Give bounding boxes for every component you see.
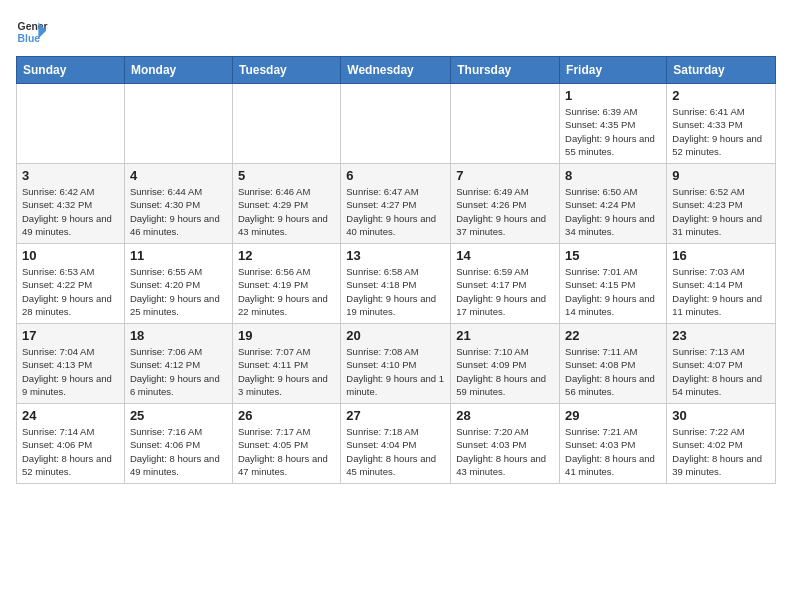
calendar-cell — [124, 84, 232, 164]
calendar-week-row: 10Sunrise: 6:53 AM Sunset: 4:22 PM Dayli… — [17, 244, 776, 324]
calendar-cell: 28Sunrise: 7:20 AM Sunset: 4:03 PM Dayli… — [451, 404, 560, 484]
day-info: Sunrise: 6:52 AM Sunset: 4:23 PM Dayligh… — [672, 185, 770, 238]
day-info: Sunrise: 7:13 AM Sunset: 4:07 PM Dayligh… — [672, 345, 770, 398]
calendar-cell: 21Sunrise: 7:10 AM Sunset: 4:09 PM Dayli… — [451, 324, 560, 404]
header-saturday: Saturday — [667, 57, 776, 84]
header-wednesday: Wednesday — [341, 57, 451, 84]
calendar-cell: 24Sunrise: 7:14 AM Sunset: 4:06 PM Dayli… — [17, 404, 125, 484]
calendar-cell: 3Sunrise: 6:42 AM Sunset: 4:32 PM Daylig… — [17, 164, 125, 244]
day-info: Sunrise: 6:41 AM Sunset: 4:33 PM Dayligh… — [672, 105, 770, 158]
calendar-cell: 29Sunrise: 7:21 AM Sunset: 4:03 PM Dayli… — [560, 404, 667, 484]
day-info: Sunrise: 6:49 AM Sunset: 4:26 PM Dayligh… — [456, 185, 554, 238]
calendar-cell: 15Sunrise: 7:01 AM Sunset: 4:15 PM Dayli… — [560, 244, 667, 324]
calendar-cell: 8Sunrise: 6:50 AM Sunset: 4:24 PM Daylig… — [560, 164, 667, 244]
day-number: 28 — [456, 408, 554, 423]
day-info: Sunrise: 7:08 AM Sunset: 4:10 PM Dayligh… — [346, 345, 445, 398]
header-thursday: Thursday — [451, 57, 560, 84]
calendar-cell: 27Sunrise: 7:18 AM Sunset: 4:04 PM Dayli… — [341, 404, 451, 484]
day-info: Sunrise: 6:53 AM Sunset: 4:22 PM Dayligh… — [22, 265, 119, 318]
day-number: 15 — [565, 248, 661, 263]
calendar-cell — [232, 84, 340, 164]
day-number: 25 — [130, 408, 227, 423]
day-info: Sunrise: 7:10 AM Sunset: 4:09 PM Dayligh… — [456, 345, 554, 398]
day-number: 10 — [22, 248, 119, 263]
day-info: Sunrise: 7:14 AM Sunset: 4:06 PM Dayligh… — [22, 425, 119, 478]
day-info: Sunrise: 7:01 AM Sunset: 4:15 PM Dayligh… — [565, 265, 661, 318]
day-info: Sunrise: 7:06 AM Sunset: 4:12 PM Dayligh… — [130, 345, 227, 398]
day-info: Sunrise: 6:44 AM Sunset: 4:30 PM Dayligh… — [130, 185, 227, 238]
calendar-cell: 2Sunrise: 6:41 AM Sunset: 4:33 PM Daylig… — [667, 84, 776, 164]
calendar-week-row: 3Sunrise: 6:42 AM Sunset: 4:32 PM Daylig… — [17, 164, 776, 244]
svg-text:Blue: Blue — [18, 33, 41, 44]
calendar-week-row: 17Sunrise: 7:04 AM Sunset: 4:13 PM Dayli… — [17, 324, 776, 404]
calendar-cell: 1Sunrise: 6:39 AM Sunset: 4:35 PM Daylig… — [560, 84, 667, 164]
calendar-cell — [451, 84, 560, 164]
logo-icon: General Blue — [16, 16, 48, 48]
calendar-cell: 9Sunrise: 6:52 AM Sunset: 4:23 PM Daylig… — [667, 164, 776, 244]
day-info: Sunrise: 6:56 AM Sunset: 4:19 PM Dayligh… — [238, 265, 335, 318]
calendar-cell: 12Sunrise: 6:56 AM Sunset: 4:19 PM Dayli… — [232, 244, 340, 324]
calendar-table: SundayMondayTuesdayWednesdayThursdayFrid… — [16, 56, 776, 484]
day-number: 22 — [565, 328, 661, 343]
day-number: 11 — [130, 248, 227, 263]
day-info: Sunrise: 7:21 AM Sunset: 4:03 PM Dayligh… — [565, 425, 661, 478]
calendar-cell — [341, 84, 451, 164]
calendar-cell: 11Sunrise: 6:55 AM Sunset: 4:20 PM Dayli… — [124, 244, 232, 324]
calendar-cell: 13Sunrise: 6:58 AM Sunset: 4:18 PM Dayli… — [341, 244, 451, 324]
day-info: Sunrise: 7:03 AM Sunset: 4:14 PM Dayligh… — [672, 265, 770, 318]
day-number: 1 — [565, 88, 661, 103]
header-friday: Friday — [560, 57, 667, 84]
day-number: 18 — [130, 328, 227, 343]
calendar-cell: 25Sunrise: 7:16 AM Sunset: 4:06 PM Dayli… — [124, 404, 232, 484]
day-number: 26 — [238, 408, 335, 423]
day-number: 14 — [456, 248, 554, 263]
day-info: Sunrise: 7:11 AM Sunset: 4:08 PM Dayligh… — [565, 345, 661, 398]
calendar-cell: 20Sunrise: 7:08 AM Sunset: 4:10 PM Dayli… — [341, 324, 451, 404]
day-info: Sunrise: 6:47 AM Sunset: 4:27 PM Dayligh… — [346, 185, 445, 238]
day-number: 21 — [456, 328, 554, 343]
calendar-cell — [17, 84, 125, 164]
day-number: 17 — [22, 328, 119, 343]
day-info: Sunrise: 7:17 AM Sunset: 4:05 PM Dayligh… — [238, 425, 335, 478]
day-info: Sunrise: 7:16 AM Sunset: 4:06 PM Dayligh… — [130, 425, 227, 478]
day-number: 30 — [672, 408, 770, 423]
header-monday: Monday — [124, 57, 232, 84]
calendar-cell: 5Sunrise: 6:46 AM Sunset: 4:29 PM Daylig… — [232, 164, 340, 244]
calendar-header-row: SundayMondayTuesdayWednesdayThursdayFrid… — [17, 57, 776, 84]
day-info: Sunrise: 6:59 AM Sunset: 4:17 PM Dayligh… — [456, 265, 554, 318]
day-number: 12 — [238, 248, 335, 263]
calendar-cell: 7Sunrise: 6:49 AM Sunset: 4:26 PM Daylig… — [451, 164, 560, 244]
day-number: 20 — [346, 328, 445, 343]
day-number: 8 — [565, 168, 661, 183]
day-number: 6 — [346, 168, 445, 183]
day-info: Sunrise: 7:22 AM Sunset: 4:02 PM Dayligh… — [672, 425, 770, 478]
day-number: 5 — [238, 168, 335, 183]
day-info: Sunrise: 6:42 AM Sunset: 4:32 PM Dayligh… — [22, 185, 119, 238]
day-info: Sunrise: 7:20 AM Sunset: 4:03 PM Dayligh… — [456, 425, 554, 478]
calendar-cell: 14Sunrise: 6:59 AM Sunset: 4:17 PM Dayli… — [451, 244, 560, 324]
calendar-cell: 17Sunrise: 7:04 AM Sunset: 4:13 PM Dayli… — [17, 324, 125, 404]
day-number: 4 — [130, 168, 227, 183]
day-number: 16 — [672, 248, 770, 263]
day-number: 9 — [672, 168, 770, 183]
day-info: Sunrise: 7:04 AM Sunset: 4:13 PM Dayligh… — [22, 345, 119, 398]
header-sunday: Sunday — [17, 57, 125, 84]
calendar-cell: 26Sunrise: 7:17 AM Sunset: 4:05 PM Dayli… — [232, 404, 340, 484]
day-info: Sunrise: 7:18 AM Sunset: 4:04 PM Dayligh… — [346, 425, 445, 478]
calendar-cell: 18Sunrise: 7:06 AM Sunset: 4:12 PM Dayli… — [124, 324, 232, 404]
calendar-cell: 23Sunrise: 7:13 AM Sunset: 4:07 PM Dayli… — [667, 324, 776, 404]
day-number: 29 — [565, 408, 661, 423]
day-number: 13 — [346, 248, 445, 263]
calendar-cell: 16Sunrise: 7:03 AM Sunset: 4:14 PM Dayli… — [667, 244, 776, 324]
calendar-cell: 19Sunrise: 7:07 AM Sunset: 4:11 PM Dayli… — [232, 324, 340, 404]
day-number: 24 — [22, 408, 119, 423]
page-header: General Blue — [16, 16, 776, 48]
day-number: 19 — [238, 328, 335, 343]
day-info: Sunrise: 7:07 AM Sunset: 4:11 PM Dayligh… — [238, 345, 335, 398]
day-info: Sunrise: 6:46 AM Sunset: 4:29 PM Dayligh… — [238, 185, 335, 238]
day-info: Sunrise: 6:58 AM Sunset: 4:18 PM Dayligh… — [346, 265, 445, 318]
day-number: 7 — [456, 168, 554, 183]
logo: General Blue — [16, 16, 48, 48]
calendar-week-row: 1Sunrise: 6:39 AM Sunset: 4:35 PM Daylig… — [17, 84, 776, 164]
day-info: Sunrise: 6:39 AM Sunset: 4:35 PM Dayligh… — [565, 105, 661, 158]
